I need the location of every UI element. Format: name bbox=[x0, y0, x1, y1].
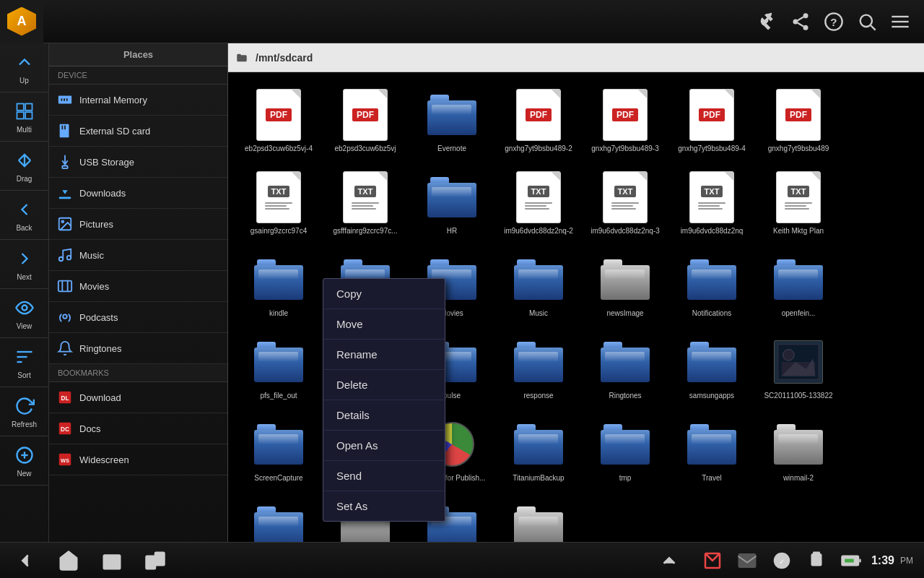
folder-blue-icon bbox=[687, 342, 736, 382]
sidebar-item-ringtones-label: Ringtones bbox=[79, 343, 122, 354]
context-menu-item-move[interactable]: Move bbox=[323, 309, 445, 340]
folder-white-icon bbox=[514, 506, 563, 547]
file-item-f1[interactable]: PDF eb2psd3cuw6bz5vj-4 bbox=[239, 83, 318, 158]
music-icon bbox=[56, 246, 74, 264]
refresh-button[interactable]: Refresh bbox=[0, 387, 49, 436]
file-item-f29[interactable]: ScreenCapture bbox=[239, 413, 318, 488]
context-menu-item-delete[interactable]: Delete bbox=[323, 370, 445, 400]
file-item-f19[interactable]: newsImage bbox=[585, 248, 665, 323]
menu-icon[interactable] bbox=[887, 9, 913, 35]
up-arrow-button[interactable] bbox=[655, 546, 684, 575]
context-menu-item-send[interactable]: Send bbox=[323, 461, 445, 491]
bookmark-docs-icon: DC bbox=[56, 420, 74, 437]
file-icon-wrap bbox=[772, 254, 824, 306]
file-item-f28[interactable]: SC20111005-133822 bbox=[759, 330, 838, 405]
svg-line-3 bbox=[798, 22, 803, 26]
multiwindow-button[interactable] bbox=[141, 546, 170, 575]
sidebar-item-download[interactable]: DL Download bbox=[49, 382, 227, 413]
sidebar-item-podcasts[interactable]: Podcasts bbox=[49, 302, 227, 333]
app-icon[interactable]: A bbox=[0, 0, 43, 43]
file-item-f11[interactable]: TXT im9u6dvdc88dz2nq-2 bbox=[499, 165, 578, 241]
sidebar-item-ringtones[interactable]: Ringtones bbox=[49, 333, 227, 364]
sidebar-item-movies[interactable]: Movies bbox=[49, 271, 227, 302]
svg-rect-25 bbox=[64, 98, 65, 101]
file-item-f13[interactable]: TXT im9u6dvdc88dz2nq bbox=[672, 165, 751, 241]
file-item-f33[interactable]: tmp bbox=[585, 413, 665, 488]
next-icon bbox=[13, 247, 36, 270]
file-item-f21[interactable]: openfein... bbox=[759, 248, 838, 323]
sidebar-item-external-sd[interactable]: External SD card bbox=[49, 116, 227, 147]
file-item-f5[interactable]: PDF gnxhg7yt9bsbu489-3 bbox=[585, 83, 665, 158]
back-button[interactable]: Back bbox=[0, 191, 49, 240]
sd-icon bbox=[56, 122, 74, 139]
file-item-f3[interactable]: Evernote bbox=[412, 83, 492, 158]
sidebar-item-usb-storage[interactable]: USB Storage bbox=[49, 147, 227, 178]
recents-button[interactable] bbox=[97, 546, 126, 575]
sidebar-item-downloads-label: Downloads bbox=[79, 188, 126, 199]
sidebar-item-widescreen[interactable]: WS Widescreen bbox=[49, 444, 227, 475]
new-button[interactable]: New bbox=[0, 436, 49, 486]
multi-label: Multi bbox=[17, 126, 32, 134]
back-nav-button[interactable] bbox=[11, 546, 40, 575]
multi-button[interactable]: Multi bbox=[0, 92, 49, 142]
share-icon[interactable] bbox=[788, 9, 814, 35]
txt-icon: TXT bbox=[256, 171, 301, 223]
file-item-f2[interactable]: PDF eb2psd3cuw6bz5vj bbox=[326, 83, 405, 158]
sidebar-item-music[interactable]: Music bbox=[49, 240, 227, 271]
file-icon-wrap bbox=[513, 336, 565, 388]
file-item-f15[interactable]: kindle bbox=[239, 248, 318, 323]
folder-blue-icon bbox=[254, 424, 303, 465]
file-item-f26[interactable]: Ringtones bbox=[585, 330, 665, 405]
search-icon[interactable] bbox=[854, 9, 880, 35]
sort-button[interactable]: Sort bbox=[0, 338, 49, 387]
file-item-f4[interactable]: PDF gnxhg7yt9bsbu489-2 bbox=[499, 83, 578, 158]
file-item-f8[interactable]: TXT gsainrg9zcrc97c4 bbox=[239, 165, 318, 241]
file-item-f18[interactable]: Music bbox=[499, 248, 578, 323]
drag-button[interactable]: Drag bbox=[0, 142, 49, 191]
file-icon-wrap: TXT bbox=[253, 171, 305, 223]
sidebar-item-internal-memory[interactable]: Internal Memory bbox=[49, 85, 227, 116]
file-item-f34[interactable]: Travel bbox=[672, 413, 751, 488]
folder-blue-icon bbox=[254, 506, 303, 547]
sidebar-item-pictures[interactable]: Pictures bbox=[49, 209, 227, 240]
file-item-f25[interactable]: response bbox=[499, 330, 578, 405]
file-label: im9u6dvdc88dz2nq bbox=[681, 227, 744, 235]
help-icon[interactable]: ? bbox=[821, 9, 847, 35]
context-menu-item-details[interactable]: Details bbox=[323, 400, 445, 431]
up-button[interactable]: Up bbox=[0, 43, 49, 92]
tools-icon[interactable] bbox=[754, 9, 780, 35]
sidebar-item-movies-label: Movies bbox=[79, 281, 109, 292]
file-item-f32[interactable]: TitaniumBackup bbox=[499, 413, 578, 488]
context-menu-item-open-as[interactable]: Open As bbox=[323, 431, 445, 461]
memory-icon bbox=[56, 91, 74, 108]
file-item-f35[interactable]: winmail-2 bbox=[759, 413, 838, 488]
sidebar-item-internal-memory-label: Internal Memory bbox=[79, 95, 147, 105]
file-item-f22[interactable]: pfs_file_out bbox=[239, 330, 318, 405]
sidebar-item-docs[interactable]: DC Docs bbox=[49, 413, 227, 444]
folder-blue-icon bbox=[601, 342, 650, 382]
svg-rect-24 bbox=[61, 98, 63, 101]
file-item-f9[interactable]: TXT gsfffainrg9zcrc97c... bbox=[326, 165, 405, 241]
folder-blue-icon bbox=[774, 259, 823, 300]
file-icon-wrap bbox=[599, 418, 651, 470]
sidebar-item-downloads[interactable]: Downloads bbox=[49, 178, 227, 209]
file-label: Notifications bbox=[692, 309, 731, 317]
file-item-f7[interactable]: PDF gnxhg7yt9bsbu489 bbox=[759, 83, 838, 158]
pdf-icon: PDF bbox=[776, 89, 821, 141]
file-item-f20[interactable]: Notifications bbox=[672, 248, 751, 323]
context-menu-item-rename[interactable]: Rename bbox=[323, 340, 445, 370]
file-item-f6[interactable]: PDF gnxhg7yt9bsbu489-4 bbox=[672, 83, 751, 158]
svg-point-35 bbox=[67, 256, 71, 260]
context-menu-item-set-as[interactable]: Set As bbox=[323, 491, 445, 521]
home-button[interactable] bbox=[54, 546, 83, 575]
file-item-f10[interactable]: HR bbox=[412, 165, 492, 241]
folder-white-icon bbox=[601, 259, 650, 300]
context-menu-item-copy[interactable]: Copy bbox=[323, 279, 445, 309]
next-button[interactable]: Next bbox=[0, 240, 49, 289]
file-item-f27[interactable]: samsungapps bbox=[672, 330, 751, 405]
view-button[interactable]: View bbox=[0, 289, 49, 338]
file-item-f14[interactable]: TXT Keith Mktg Plan bbox=[759, 165, 838, 241]
file-label: kindle bbox=[269, 309, 288, 317]
file-icon-wrap: PDF bbox=[772, 89, 824, 141]
file-item-f12[interactable]: TXT im9u6dvdc88dz2nq-3 bbox=[585, 165, 665, 241]
